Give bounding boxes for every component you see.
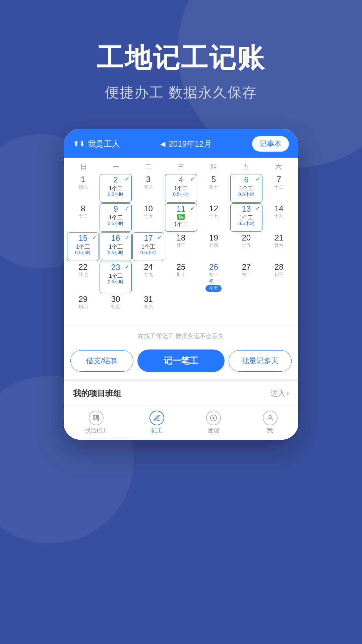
calendar-day[interactable]: 28初三 — [263, 262, 295, 293]
calendar-day[interactable]: 2✓1个工0.5小时 — [100, 174, 131, 203]
calendar-day[interactable]: 25卅十 — [165, 262, 197, 293]
project-enter[interactable]: 进入 › — [270, 388, 289, 398]
nav-item-discover[interactable]: 发现 — [206, 411, 221, 434]
record-work-button[interactable]: 记一笔工 — [137, 350, 225, 372]
work-info: 1个工0.5小时 — [140, 244, 156, 256]
work-info: 1个工0.5小时 — [75, 244, 91, 256]
day-number: 14 — [275, 205, 284, 213]
nav-item-edit[interactable]: 记工 — [149, 411, 164, 434]
work-count: 1个工 — [75, 244, 91, 250]
work-time: 0.5小时 — [140, 250, 156, 256]
day-number: 8 — [81, 205, 85, 213]
calendar-day[interactable]: 4✓1个工0.5小时 — [165, 174, 197, 203]
weekday-cell: 四 — [197, 162, 230, 171]
work-info: 1个工0.5小时 — [108, 244, 123, 256]
check-icon: ✓ — [157, 234, 162, 241]
day-number: 20 — [242, 234, 251, 242]
enter-arrow-icon: › — [287, 389, 289, 398]
note-button[interactable]: 记事本 — [252, 136, 289, 152]
calendar-day[interactable]: 1初六 — [67, 174, 99, 203]
calendar-day[interactable]: 7十二 — [263, 174, 295, 203]
calendar-day[interactable]: 11✓借1个工 — [165, 203, 197, 232]
lunar-day: 初四 — [78, 304, 88, 310]
day-number: 29 — [78, 295, 87, 303]
nav-label: 我 — [267, 427, 273, 434]
calendar-day[interactable]: 21廿六 — [263, 232, 295, 261]
calendar-day[interactable]: 24廿九 — [132, 262, 164, 293]
calendar-day[interactable]: 26初一初一今天 — [198, 262, 230, 293]
calendar-day[interactable]: 9✓1个工0.5小时 — [100, 203, 131, 232]
calendar-day[interactable]: 12十七 — [198, 203, 230, 232]
svg-point-2 — [269, 416, 271, 418]
weekday-row: 日一二三四五六 — [67, 158, 295, 174]
day-number: 2 — [113, 176, 118, 184]
calendar-day[interactable]: 16✓1个工0.5小时 — [100, 232, 131, 261]
month-nav[interactable]: ◀ 2019年12月 — [160, 139, 212, 149]
weekday-cell: 六 — [262, 162, 295, 171]
calendar-day[interactable] — [198, 294, 230, 322]
calendar-day[interactable]: 17✓1个工0.5小时 — [132, 232, 164, 261]
work-time: 0.5小时 — [173, 192, 189, 198]
calendar-day[interactable]: 31初六 — [132, 294, 164, 322]
profile-icon — [263, 411, 278, 425]
bottom-nav: 聘找活招工记工发现我 — [64, 406, 298, 440]
work-time: 0.5小时 — [75, 250, 91, 256]
day-number: 18 — [177, 234, 186, 242]
lunar-day: 初二 — [242, 272, 251, 278]
batch-record-button[interactable]: 批量记多天 — [229, 350, 292, 372]
day-number: 13 — [242, 205, 251, 213]
project-section[interactable]: 我的项目班组 进入 › — [64, 379, 298, 406]
calendar-day[interactable]: 18廿三 — [165, 232, 197, 261]
day-number: 19 — [209, 234, 218, 242]
borrow-settle-button[interactable]: 借支/结算 — [70, 350, 133, 372]
prev-month-icon[interactable]: ◀ — [160, 140, 165, 148]
work-time: 0.5小时 — [108, 221, 123, 227]
work-time: 0.5小时 — [108, 192, 123, 198]
work-count: 1个工 — [174, 221, 188, 227]
calendar-day[interactable] — [263, 294, 295, 322]
calendar-day[interactable]: 20廿五 — [230, 232, 262, 261]
calendar-day[interactable]: 30初五 — [100, 294, 131, 322]
calendar-day[interactable]: 8十三 — [67, 203, 99, 232]
lunar-day: 廿七 — [78, 272, 88, 278]
work-count: 1个工 — [238, 214, 254, 221]
day-number: 24 — [144, 263, 153, 271]
app-screen: ⬆⬇ 我是工人 ◀ 2019年12月 记事本 日一二三四五六 1初六2✓1个工0… — [64, 129, 298, 440]
day-number: 17 — [144, 234, 153, 242]
calendar-day[interactable]: 6✓1个工0.5小时 — [230, 174, 262, 203]
nav-item-profile[interactable]: 我 — [263, 411, 278, 434]
calendar-day[interactable]: 10十五 — [132, 203, 164, 232]
lunar-day: 廿六 — [274, 243, 284, 249]
day-number: 25 — [177, 263, 186, 271]
calendar-day[interactable]: 29初四 — [67, 294, 99, 322]
calendar-day[interactable]: 3初八 — [132, 174, 164, 203]
calendar-area: 日一二三四五六 1初六2✓1个工0.5小时3初八4✓1个工0.5小时5初十6✓1… — [64, 158, 298, 326]
sub-title: 便捷办工 数据永久保存 — [0, 83, 362, 102]
sort-icon: ⬆⬇ — [73, 140, 85, 148]
calendar-day[interactable]: 22廿七 — [67, 262, 99, 293]
calendar-day[interactable]: 27初二 — [230, 262, 262, 293]
nav-item-recruit[interactable]: 聘找活招工 — [85, 411, 108, 434]
work-count: 1个工 — [238, 185, 254, 192]
calendar-day[interactable]: 23✓1个工0.5小时 — [100, 262, 131, 293]
lunar-day: 十二 — [274, 184, 284, 190]
calendar-day[interactable]: 5初十 — [198, 174, 230, 203]
lunar-day: 初六 — [144, 304, 153, 310]
calendar-day[interactable]: 13✓1个工0.5小时 — [230, 203, 262, 232]
calendar-day[interactable]: 19廿四 — [198, 232, 230, 261]
lunar-day: 廿四 — [209, 243, 218, 249]
action-buttons: 借支/结算 记一笔工 批量记多天 — [64, 344, 298, 379]
calendar-grid[interactable]: 1初六2✓1个工0.5小时3初八4✓1个工0.5小时5初十6✓1个工0.5小时7… — [67, 174, 295, 322]
lunar-day: 十三 — [78, 213, 88, 219]
day-number: 26 — [209, 263, 218, 271]
check-icon: ✓ — [125, 263, 130, 270]
lunar-day: 廿九 — [144, 272, 153, 278]
calendar-day[interactable]: 15✓1个工0.5小时 — [67, 232, 99, 261]
day-number: 16 — [111, 234, 120, 242]
calendar-day[interactable]: 14十九 — [263, 203, 295, 232]
calendar-day[interactable] — [165, 294, 197, 322]
user-selector[interactable]: ⬆⬇ 我是工人 — [73, 139, 120, 149]
check-icon: ✓ — [92, 234, 97, 241]
work-count: 1个工 — [108, 273, 123, 279]
calendar-day[interactable] — [230, 294, 262, 322]
